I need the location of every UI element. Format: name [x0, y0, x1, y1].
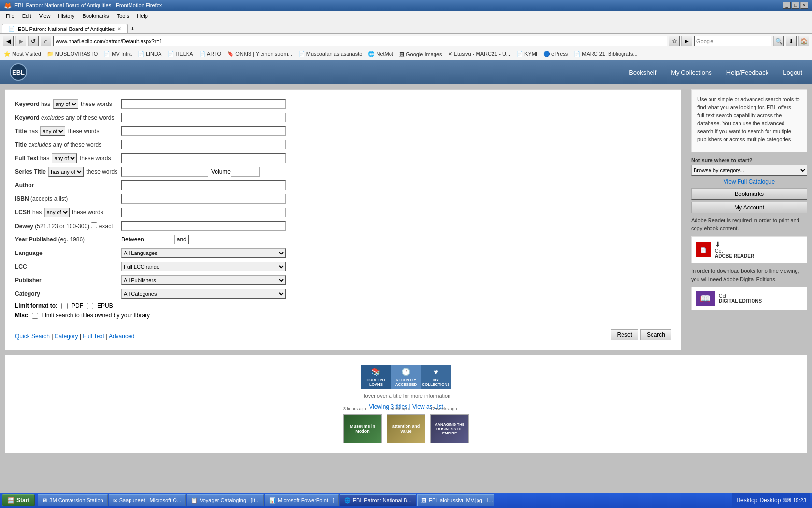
- nav-help-feedback[interactable]: Help/Feedback: [726, 69, 768, 76]
- series-title-input[interactable]: [121, 167, 208, 177]
- recently-accessed-tab[interactable]: 🕐 RECENTLYACCESSED: [391, 365, 421, 389]
- menu-history[interactable]: History: [54, 12, 78, 20]
- menu-bar: File Edit View History Bookmarks Tools H…: [0, 11, 812, 21]
- lcc-select[interactable]: Full LCC range: [121, 262, 286, 271]
- bookmarks-button[interactable]: Bookmarks: [691, 188, 807, 200]
- nav-my-collections[interactable]: My Collections: [671, 69, 712, 76]
- taskbar-item-powerpoint[interactable]: 📊 Microsoft PowerPoint - [: [265, 494, 339, 506]
- book-item-2[interactable]: 1 week ago attention and value: [387, 414, 425, 443]
- bookmarks-netmot[interactable]: 🌐 NetMot: [366, 50, 395, 58]
- close-button[interactable]: ×: [800, 2, 808, 9]
- bookmarks-helka[interactable]: 📄 HELKA: [165, 50, 195, 58]
- bookmarks-onki3[interactable]: 🔖 ONKI3 | Yleinen suom...: [225, 50, 294, 58]
- view-full-catalogue-link[interactable]: View Full Catalogue: [691, 179, 807, 185]
- search-button[interactable]: Search: [640, 329, 671, 340]
- keyword-has-input[interactable]: [121, 99, 286, 109]
- bookmarks-etusivu[interactable]: ✕ Etusivu - MARC21 - U...: [446, 50, 512, 58]
- digital-editions-box[interactable]: 📖 GetDIGITAL EDITIONS: [691, 287, 807, 310]
- address-input[interactable]: [53, 36, 667, 46]
- keyword-has-select[interactable]: any ofall of: [53, 99, 78, 109]
- maximize-button[interactable]: □: [792, 2, 799, 9]
- new-tab-button[interactable]: +: [128, 24, 137, 33]
- tray-desktop-label2[interactable]: Desktop: [759, 497, 781, 504]
- category-link[interactable]: Category: [55, 333, 78, 340]
- taskbar-item-ebl[interactable]: 🌐 EBL Patron: National B...: [340, 494, 416, 506]
- reset-button[interactable]: Reset: [611, 329, 638, 340]
- bookmarks-museoalan[interactable]: 📄 Museoalan asiasanasto: [296, 50, 364, 58]
- my-collections-tab[interactable]: ♥ MYCOLLECTIONS: [421, 365, 451, 389]
- pdf-checkbox[interactable]: [61, 303, 68, 309]
- taskbar-item-3m[interactable]: 🖥 3M Conversion Station: [38, 494, 107, 506]
- menu-file[interactable]: File: [2, 12, 18, 20]
- menu-tools[interactable]: Tools: [113, 12, 133, 20]
- quick-search-link[interactable]: Quick Search: [15, 333, 50, 340]
- author-input[interactable]: [121, 180, 286, 190]
- bookmarks-most-visited[interactable]: ⭐ Most Visited: [2, 50, 43, 58]
- title-has-input[interactable]: [121, 126, 286, 136]
- bookmarks-mv-intra[interactable]: 📄 MV Intra: [102, 50, 134, 58]
- forward-button[interactable]: ▶: [15, 36, 26, 46]
- advanced-link[interactable]: Advanced: [109, 333, 134, 340]
- start-button[interactable]: 🪟 Start: [2, 494, 35, 506]
- search-button[interactable]: 🔍: [773, 36, 784, 46]
- download-icon[interactable]: ⬇: [786, 36, 797, 46]
- category-select[interactable]: All Categories: [121, 289, 286, 299]
- epub-checkbox[interactable]: [87, 303, 93, 309]
- go-button[interactable]: ▶: [682, 36, 692, 46]
- bookmarks-museovirasto[interactable]: 📁 MUSEOVIRASTO: [45, 50, 100, 58]
- browse-category-select[interactable]: Browse by category...: [691, 165, 807, 176]
- adobe-reader-box[interactable]: 📄 ⬇ GetADOBE READER: [691, 236, 807, 263]
- nav-logout[interactable]: Logout: [783, 69, 802, 76]
- my-account-button[interactable]: My Account: [691, 202, 807, 213]
- keyboard-icon[interactable]: ⌨: [783, 497, 791, 504]
- window-controls[interactable]: _ □ ×: [783, 2, 808, 9]
- menu-bookmarks[interactable]: Bookmarks: [79, 12, 113, 20]
- menu-help[interactable]: Help: [133, 12, 152, 20]
- title-has-select[interactable]: any ofall of: [40, 126, 65, 136]
- refresh-button[interactable]: ↺: [28, 36, 39, 46]
- menu-view[interactable]: View: [35, 12, 55, 20]
- year-from-input[interactable]: [146, 235, 175, 244]
- lcsh-has-input[interactable]: [121, 208, 286, 217]
- lcsh-has-select[interactable]: any ofall of: [44, 208, 70, 217]
- dewey-input[interactable]: [121, 221, 286, 231]
- current-loans-tab[interactable]: 📚 CURRENTLOANS: [361, 365, 391, 389]
- minimize-button[interactable]: _: [783, 2, 791, 9]
- bookmark-star-icon[interactable]: ☆: [669, 36, 680, 46]
- taskbar-item-outlook[interactable]: ✉ Saapuneet - Microsoft O...: [109, 494, 186, 506]
- home-button[interactable]: ⌂: [41, 36, 51, 46]
- bookmarks-marc21[interactable]: 📄 MARC 21: Bibliografs...: [572, 50, 639, 58]
- bookmarks-linda[interactable]: 📄 LINDA: [136, 50, 163, 58]
- book-item-1[interactable]: 3 hours ago Museums in Motion: [343, 414, 382, 443]
- language-select[interactable]: All Languages English French German Span…: [121, 248, 286, 258]
- digital-label: GetDIGITAL EDITIONS: [719, 293, 762, 304]
- publisher-select[interactable]: All Publishers: [121, 275, 286, 285]
- browser-tab[interactable]: 📄 EBL Patron: National Board of Antiquit…: [2, 24, 128, 33]
- series-title-select[interactable]: has any of: [48, 167, 84, 177]
- dewey-exact-checkbox[interactable]: [91, 222, 97, 228]
- sidebar-info-text: Use our simple or advanced search tools …: [691, 89, 807, 152]
- volume-input[interactable]: [231, 167, 260, 177]
- bookmarks-google-images[interactable]: 🖼 Google Images: [397, 50, 444, 58]
- nav-bookshelf[interactable]: Bookshelf: [629, 69, 656, 76]
- bookmarks-kymi[interactable]: 📄 KYMI: [514, 50, 539, 58]
- year-to-input[interactable]: [188, 235, 218, 244]
- fulltext-has-select[interactable]: any ofall of: [52, 153, 77, 163]
- taskbar-item-ebl-img[interactable]: 🖼 EBL aloitussivu MV.jpg - I...: [417, 494, 494, 506]
- tray-desktop-label[interactable]: Desktop: [736, 497, 757, 504]
- fulltext-has-input[interactable]: [121, 153, 286, 163]
- menu-edit[interactable]: Edit: [18, 12, 35, 20]
- bookmarks-epress[interactable]: 🔵 ePress: [541, 50, 570, 58]
- title-excludes-input[interactable]: [121, 140, 286, 149]
- misc-checkbox[interactable]: [32, 313, 38, 319]
- bookmarks-arto[interactable]: 📄 ARTO: [197, 50, 224, 58]
- tab-close-icon[interactable]: ✕: [117, 26, 121, 31]
- browser-search-input[interactable]: [694, 36, 771, 46]
- book-item-3[interactable]: 12 weeks ago MANAGING THE BUSINESS OF EM…: [430, 414, 469, 443]
- isbn-input[interactable]: [121, 194, 286, 204]
- keyword-excludes-input[interactable]: [121, 113, 286, 122]
- home-icon[interactable]: 🏠: [798, 36, 809, 46]
- full-text-link[interactable]: Full Text: [83, 333, 104, 340]
- back-button[interactable]: ◀: [3, 36, 14, 46]
- taskbar-item-voyager[interactable]: 📋 Voyager Cataloging - [It...: [187, 494, 264, 506]
